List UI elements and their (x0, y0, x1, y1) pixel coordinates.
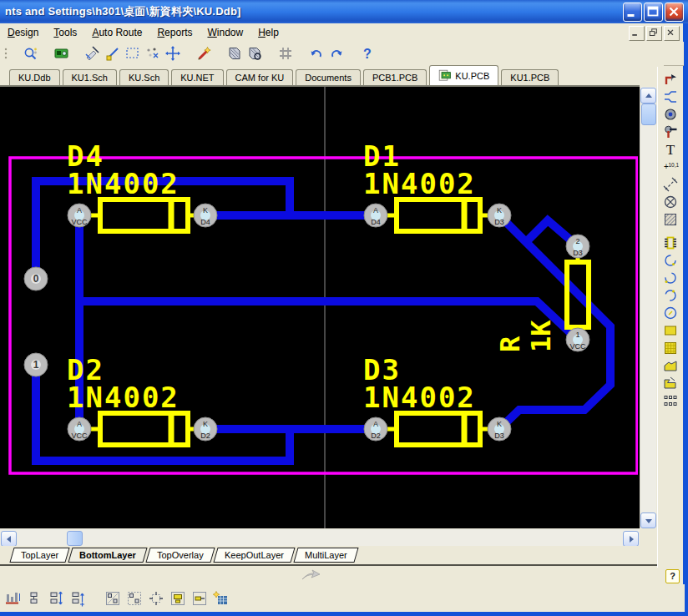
fill-hatch-icon[interactable] (661, 210, 680, 228)
scroll-left-icon[interactable] (1, 531, 17, 547)
win-close-icon[interactable] (665, 3, 684, 22)
doc-tab-ku1.pcb[interactable]: KU1.PCB (501, 69, 559, 85)
arc-edge-icon[interactable] (661, 251, 680, 269)
redo-icon[interactable] (326, 43, 347, 63)
horizontal-scrollbar[interactable] (0, 528, 640, 547)
pad[interactable]: KD3 (488, 417, 511, 441)
pad[interactable]: KD4 (194, 204, 217, 227)
deselect-icon[interactable] (143, 43, 163, 63)
doc-tab-cam-for-ku[interactable]: CAM for KU (226, 69, 294, 85)
via-icon[interactable] (661, 123, 680, 140)
layer-tab-multilayer[interactable]: MultiLayer (293, 548, 358, 563)
undo-icon[interactable] (306, 43, 326, 63)
pad[interactable]: 0 (24, 267, 48, 290)
pcb-canvas[interactable]: D41N4002D11N4002D21N4002D31N4002R1KAVCCK… (0, 85, 640, 530)
center-component-icon[interactable] (167, 588, 189, 609)
dimension-icon[interactable] (661, 175, 680, 193)
doc-tab-pcb1.pcb[interactable]: PCB1.PCB (363, 69, 427, 85)
grid-icon[interactable] (276, 43, 296, 63)
win-maximize-icon[interactable] (644, 3, 663, 22)
polygon-plane-icon[interactable] (661, 339, 680, 356)
pad[interactable]: 1 (24, 353, 48, 376)
pad[interactable]: AD2 (364, 417, 387, 441)
component-icon[interactable] (661, 234, 680, 251)
pad[interactable]: 2D3 (566, 235, 589, 258)
pad[interactable]: AD4 (364, 204, 387, 227)
menu-window[interactable]: Window (200, 24, 250, 41)
mdi-minimize-icon[interactable] (629, 26, 645, 41)
browse-library-icon[interactable] (245, 43, 265, 63)
arc-center-icon[interactable] (661, 269, 680, 286)
svg-text:D2: D2 (200, 432, 210, 440)
arc-angle-icon[interactable] (661, 286, 680, 304)
slice-icon[interactable] (661, 374, 680, 391)
pad[interactable]: KD2 (194, 417, 217, 441)
svg-text:D3: D3 (573, 249, 583, 257)
menu-reports[interactable]: Reports (149, 24, 200, 41)
horizontal-scroll-thumb[interactable] (67, 531, 83, 546)
doc-tab-ku.ddb[interactable]: KU.Ddb (9, 69, 60, 85)
distribute-horiz-icon[interactable] (67, 588, 89, 609)
menu-auto-route[interactable]: Auto Route (84, 24, 149, 41)
plug-component-icon[interactable] (189, 588, 210, 609)
pad[interactable]: KD3 (488, 204, 511, 227)
array-paste-icon[interactable] (661, 391, 680, 409)
coordinate-icon[interactable]: +10,10 (661, 158, 680, 175)
doc-tab-ku.sch[interactable]: KU.Sch (119, 69, 169, 85)
pcb-drawing[interactable]: D41N4002D11N4002D21N4002D31N4002R1KAVCCK… (0, 87, 638, 528)
title-bar[interactable]: nts and Settings\h301\桌面\新資料夾\KU.Ddb] (0, 0, 688, 23)
separator-dots-icon[interactable] (1, 43, 21, 63)
doc-tab-ku1.sch[interactable]: KU1.Sch (63, 69, 117, 85)
designator-R: R (494, 336, 526, 352)
scroll-up-icon[interactable] (640, 88, 656, 104)
route-track-icon[interactable] (661, 70, 680, 88)
svg-text:A: A (77, 206, 82, 215)
distribute-vert-icon[interactable] (45, 588, 67, 609)
layer-tab-topoverlay[interactable]: TopOverlay (146, 548, 215, 563)
pad[interactable]: 1VCC (566, 328, 589, 351)
toolbar-separator (183, 44, 194, 63)
doc-tab-ku.net[interactable]: KU.NET (171, 69, 223, 85)
library-book-icon[interactable] (225, 43, 245, 63)
board-browser-icon[interactable] (52, 43, 72, 63)
menu-help[interactable]: Help (250, 24, 286, 41)
knife-icon[interactable] (83, 43, 103, 63)
vertical-scrollbar[interactable] (640, 87, 656, 528)
doc-tab-documents[interactable]: Documents (296, 69, 361, 85)
layer-tab-toplayer[interactable]: TopLayer (9, 548, 69, 563)
component-align-icon[interactable] (23, 588, 45, 609)
move-cross-icon[interactable] (163, 43, 183, 63)
pcb-doc-icon[interactable] (438, 69, 452, 83)
help-icon[interactable]: ? (357, 43, 377, 63)
layer-tab-keepoutlayer[interactable]: KeepOutLayer (213, 548, 295, 563)
menu-design[interactable]: Design (0, 24, 46, 41)
doc-tab-ku.pcb[interactable]: KU.PCB (429, 65, 498, 85)
full-circle-icon[interactable] (661, 304, 680, 321)
zoom-tool-icon[interactable] (21, 43, 41, 63)
split-plane-icon[interactable] (661, 356, 680, 374)
menu-tools[interactable]: Tools (46, 24, 84, 41)
align-bottom-icon[interactable] (2, 588, 23, 609)
shrink-grid-icon[interactable] (145, 588, 167, 609)
pad-icon[interactable] (661, 105, 680, 123)
new-grid-icon[interactable] (210, 588, 232, 609)
scroll-down-icon[interactable] (640, 512, 656, 528)
line-draw-icon[interactable] (103, 43, 123, 63)
cutout-icon[interactable] (661, 193, 680, 210)
space-box-icon[interactable] (102, 588, 124, 609)
win-minimize-icon[interactable] (623, 3, 642, 22)
vertical-scroll-thumb[interactable] (641, 104, 656, 125)
selection-rect-icon[interactable] (123, 43, 143, 63)
text-string-icon[interactable]: T (661, 140, 680, 158)
pad[interactable]: AVCC (68, 417, 91, 441)
mdi-close-icon[interactable] (664, 26, 680, 41)
mdi-restore-icon[interactable] (646, 26, 662, 41)
pad[interactable]: AVCC (68, 204, 91, 227)
pencil-wizard-icon[interactable] (194, 43, 214, 63)
layer-tab-bottomlayer[interactable]: BottomLayer (68, 548, 148, 563)
multi-trace-icon[interactable] (661, 88, 680, 105)
rect-fill-icon[interactable] (661, 321, 680, 339)
scroll-right-icon[interactable] (623, 531, 639, 547)
space-box-dashed-icon[interactable] (124, 588, 145, 609)
help-bubble-icon[interactable]: ? (665, 569, 680, 583)
